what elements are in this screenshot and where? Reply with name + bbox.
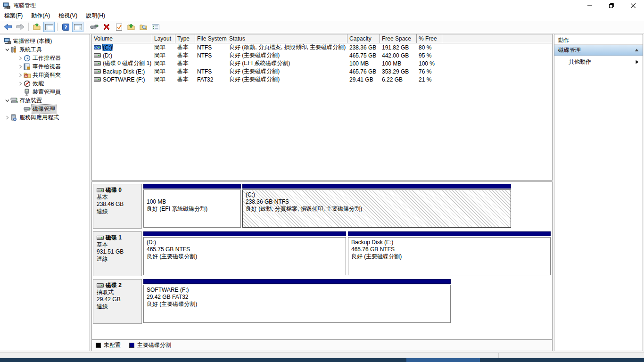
disk-kind: 抽取式 bbox=[97, 289, 138, 296]
cell-fs: NTFS bbox=[195, 44, 227, 51]
partition-name: SOFTWARE (F:) bbox=[147, 287, 450, 294]
disk-state: 連線 bbox=[97, 255, 138, 263]
restore-button[interactable] bbox=[601, 0, 622, 11]
volume-disk-icon bbox=[94, 77, 101, 82]
column-header-filler bbox=[442, 34, 552, 43]
cell-fs: FAT32 bbox=[195, 76, 227, 83]
table-row-volume-d[interactable]: (D:) 簡單 基本 NTFS 良好 (主要磁碟分割) 465.75 GB 44… bbox=[92, 51, 552, 59]
window-title: 電腦管理 bbox=[13, 1, 36, 9]
sidebar-item-system-tools[interactable]: 系統工具 bbox=[0, 45, 90, 54]
disk-size: 238.46 GB bbox=[97, 201, 138, 208]
close-button[interactable] bbox=[622, 0, 644, 11]
folder-up-icon[interactable] bbox=[31, 22, 42, 32]
forward-icon[interactable] bbox=[15, 22, 26, 32]
table-row-volume-efi[interactable]: (磁碟 0 磁碟分割 1) 簡單 基本 良好 (EFI 系統磁碟分割) 100 … bbox=[92, 59, 552, 67]
submenu-arrow-icon bbox=[636, 60, 639, 64]
sidebar-item-task-scheduler[interactable]: 工作排程器 bbox=[0, 54, 90, 62]
action-pane-icon[interactable] bbox=[72, 22, 83, 32]
partition-c[interactable]: (C:) 238.36 GB NTFS 良好 (啟動, 分頁檔案, 損毀傾印, … bbox=[242, 184, 511, 229]
partition-color-bar bbox=[348, 231, 551, 236]
cell-free: 191.82 GB bbox=[380, 44, 417, 51]
delete-volume-icon[interactable] bbox=[101, 22, 112, 32]
chevron-down-icon[interactable] bbox=[4, 48, 10, 52]
chevron-right-icon[interactable] bbox=[17, 56, 24, 60]
explore-folder-icon[interactable] bbox=[138, 22, 149, 32]
folder-open-icon[interactable] bbox=[125, 22, 137, 32]
actions-group-disk-management[interactable]: 磁碟管理 bbox=[554, 45, 643, 56]
sidebar-item-label: 電腦管理 (本機) bbox=[12, 37, 53, 46]
toolbar: ? bbox=[0, 21, 644, 33]
cell-capacity: 465.75 GB bbox=[347, 52, 380, 59]
system-tools-icon bbox=[10, 46, 18, 53]
menu-action[interactable]: 動作(A) bbox=[27, 11, 54, 21]
rescan-disks-icon[interactable] bbox=[89, 22, 100, 32]
collapse-arrow-icon[interactable] bbox=[635, 49, 639, 52]
minimize-button[interactable] bbox=[579, 0, 601, 11]
console-tree-icon[interactable] bbox=[43, 22, 55, 32]
menu-help[interactable]: 說明(H) bbox=[82, 11, 109, 21]
cell-capacity: 238.36 GB bbox=[347, 44, 380, 51]
partition-name: (C:) bbox=[246, 191, 511, 198]
table-row-volume-f[interactable]: SOFTWARE (F:) 簡單 基本 FAT32 良好 (主要磁碟分割) 29… bbox=[92, 75, 552, 83]
sidebar-item-services-applications[interactable]: 服務與應用程式 bbox=[0, 113, 90, 122]
taskbar-active-button[interactable] bbox=[406, 358, 480, 362]
partition-e[interactable]: Backup Disk (E:) 465.76 GB NTFS 良好 (主要磁碟… bbox=[348, 231, 551, 276]
volume-disk-icon bbox=[94, 45, 101, 49]
sidebar-item-label: 系統工具 bbox=[18, 45, 43, 54]
column-header-pctfree[interactable]: % Free bbox=[417, 34, 442, 43]
table-row-volume-e[interactable]: Backup Disk (E:) 簡單 基本 NTFS 良好 (主要磁碟分割) … bbox=[92, 67, 552, 75]
cell-type: 基本 bbox=[175, 75, 195, 83]
chevron-down-icon[interactable] bbox=[4, 99, 10, 103]
chevron-right-icon[interactable] bbox=[17, 65, 24, 69]
sidebar-item-storage[interactable]: 存放裝置 bbox=[0, 96, 90, 105]
column-header-capacity[interactable]: Capacity bbox=[347, 34, 380, 43]
menu-view[interactable]: 檢視(V) bbox=[54, 11, 82, 21]
back-icon[interactable] bbox=[2, 22, 14, 32]
sidebar-item-computer-management[interactable]: 電腦管理 (本機) bbox=[0, 37, 90, 45]
column-header-type[interactable]: Type bbox=[175, 34, 195, 43]
column-header-filesystem[interactable]: File System bbox=[195, 34, 227, 43]
taskbar[interactable] bbox=[0, 358, 644, 362]
chevron-right-icon[interactable] bbox=[17, 73, 24, 77]
more-actions-item[interactable]: 其他動作 bbox=[554, 56, 643, 68]
disk-1-label[interactable]: 磁碟 1 基本 931.51 GB 連線 bbox=[93, 231, 142, 276]
partition-d[interactable]: (D:) 465.75 GB NTFS 良好 (主要磁碟分割) bbox=[143, 231, 346, 276]
menu-file[interactable]: 檔案(F) bbox=[0, 11, 27, 21]
cell-status: 良好 (主要磁碟分割) bbox=[227, 75, 347, 83]
column-header-volume[interactable]: Volume bbox=[92, 34, 152, 43]
check-document-icon[interactable] bbox=[113, 22, 124, 32]
legend-primary-swatch bbox=[129, 343, 134, 348]
more-actions-label: 其他動作 bbox=[569, 58, 591, 66]
cell-layout: 簡單 bbox=[152, 59, 175, 67]
table-row-volume-c[interactable]: (C:) 簡單 基本 NTFS 良好 (啟動, 分頁檔案, 損毀傾印, 主要磁碟… bbox=[92, 43, 552, 51]
device-manager-icon bbox=[24, 89, 32, 96]
partition-f[interactable]: SOFTWARE (F:) 29.42 GB FAT32 良好 (主要磁碟分割) bbox=[143, 279, 451, 324]
sidebar-item-label: 共用資料夾 bbox=[32, 71, 62, 80]
cell-fs: NTFS bbox=[195, 52, 227, 59]
chevron-right-icon[interactable] bbox=[4, 115, 10, 120]
disk-2-label[interactable]: 磁碟 2 抽取式 29.42 GB 連線 bbox=[93, 279, 142, 324]
sidebar-item-shared-folders[interactable]: 22 共用資料夾 bbox=[0, 71, 90, 79]
cell-layout: 簡單 bbox=[152, 67, 175, 75]
partition-name: Backup Disk (E:) bbox=[351, 239, 550, 246]
help-icon[interactable]: ? bbox=[60, 22, 71, 32]
partition-efi[interactable]: 100 MB 良好 (EFI 系統磁碟分割) bbox=[143, 184, 241, 229]
sidebar-item-performance[interactable]: 效能 bbox=[0, 79, 90, 88]
sidebar-item-event-viewer[interactable]: ! 事件檢視器 bbox=[0, 62, 90, 71]
disk-0-label[interactable]: 磁碟 0 基本 238.46 GB 連線 bbox=[93, 184, 142, 229]
column-header-status[interactable]: Status bbox=[227, 34, 347, 43]
cell-layout: 簡單 bbox=[152, 51, 175, 59]
sidebar-item-disk-management[interactable]: 磁碟管理 bbox=[0, 105, 90, 113]
cell-pct: 76 % bbox=[417, 68, 442, 75]
column-header-freespace[interactable]: Free Space bbox=[380, 34, 417, 43]
volume-name: (磁碟 0 磁碟分割 1) bbox=[103, 59, 151, 67]
column-header-layout[interactable]: Layout bbox=[152, 34, 175, 43]
cell-capacity: 29.41 GB bbox=[347, 76, 380, 83]
sidebar-item-device-manager[interactable]: 裝置管理員 bbox=[0, 88, 90, 96]
chevron-right-icon[interactable] bbox=[17, 82, 24, 86]
properties-list-icon[interactable] bbox=[150, 22, 161, 32]
sidebar-item-label: 效能 bbox=[32, 79, 45, 88]
volume-name: (C:) bbox=[103, 44, 112, 51]
volume-disk-icon bbox=[94, 61, 101, 66]
event-viewer-icon: ! bbox=[24, 63, 32, 70]
